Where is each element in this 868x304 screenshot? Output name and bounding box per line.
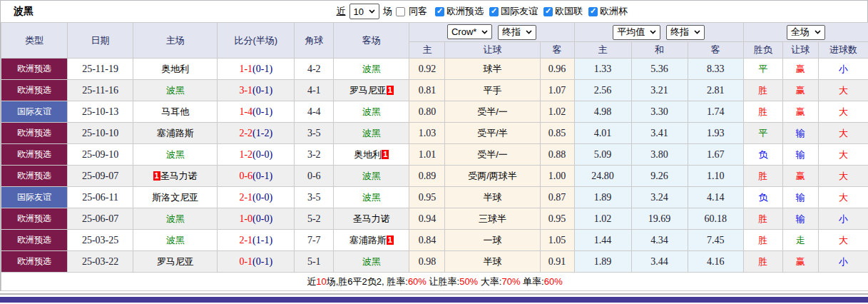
avg-draw-cell: 3.44 [631, 251, 688, 273]
match-row: 欧洲预选25-11-19奥地利1-1(0-1)4-2波黑0.92球半0.961.… [1, 59, 868, 80]
summary-text: 单率: [520, 276, 543, 287]
recent-label: 近 [337, 5, 346, 18]
summary-value: 10 [316, 276, 326, 287]
halftime-score: (0-1) [252, 85, 272, 96]
col-header-score: 比分(半场) [218, 23, 295, 59]
avg-away-cell: 7.45 [688, 230, 743, 251]
chevron-down-icon [815, 30, 821, 34]
games-label: 场 [383, 5, 392, 18]
home-team-cell: 罗马尼亚 [133, 251, 218, 273]
away-team-name: 波黑 [362, 128, 381, 138]
home-team-name: 波黑 [166, 213, 185, 224]
match-row: 欧洲预选25-10-10塞浦路斯2-2(1-2)3-5波黑1.03受平/半0.8… [1, 123, 868, 144]
score-cell: 1-4(0-1) [218, 101, 295, 123]
away-team-name: 奥地利 [354, 149, 382, 160]
handicap-result-cell: 赢 [782, 80, 818, 101]
summary-text: 近 [307, 276, 316, 287]
odds-company-value: Crow* [451, 26, 476, 37]
avg-home-cell: 5.09 [574, 144, 631, 166]
home-team-name: 波黑 [166, 235, 185, 245]
away-team-name: 波黑 [362, 64, 381, 74]
corner-cell: 5-1 [295, 251, 334, 273]
same-away-checkbox[interactable] [396, 7, 405, 16]
odds-home-cell: 0.84 [409, 230, 445, 251]
avg-away-cell: 1.93 [688, 123, 743, 144]
avg-home-cell: 1.02 [574, 208, 631, 230]
handicap-cell: 半球 [445, 187, 540, 208]
avg-away-cell: 60.18 [688, 208, 743, 230]
home-team-cell: 波黑 [133, 144, 218, 166]
odds-company-group: Crow* 终指 [409, 23, 574, 42]
avg-home-cell: 1.33 [574, 59, 631, 80]
handicap-cell: 球半 [445, 59, 540, 80]
red-card-badge: 1 [387, 86, 394, 95]
date-cell: 25-03-25 [68, 230, 133, 251]
odds-home-cell: 0.98 [409, 251, 445, 273]
odds-company-select[interactable]: Crow* [447, 24, 492, 39]
sub-header-avg-draw: 和 [631, 42, 688, 59]
panel-frame: 波黑 近 10 场 同客 欧洲预选国际友谊欧国联欧洲杯 [0, 0, 868, 291]
average-period-value: 终指 [670, 26, 689, 39]
corner-cell: 3-2 [295, 144, 334, 166]
filter-checkbox[interactable] [588, 7, 598, 16]
summary-text: 让胜率: [427, 276, 459, 287]
avg-draw-cell: 3.24 [631, 187, 688, 208]
halftime-score: (0-1) [252, 64, 272, 74]
competition-type-cell: 欧洲预选 [1, 59, 68, 80]
away-team-cell: 圣马力诺 [334, 208, 409, 230]
filter-checkbox[interactable] [489, 7, 499, 16]
recent-count-select[interactable]: 10 [349, 4, 379, 19]
filter-checkbox[interactable] [435, 7, 444, 16]
avg-draw-cell: 3.30 [631, 101, 688, 123]
fulltime-score: 0-1 [239, 256, 252, 267]
home-team-name: 波黑 [166, 149, 185, 160]
sub-header-odds-away: 客 [540, 42, 574, 59]
score-cell: 1-2(0-0) [218, 144, 295, 166]
title-bar: 波黑 近 10 场 同客 欧洲预选国际友谊欧国联欧洲杯 [1, 1, 867, 22]
home-team-name: 斯洛文尼亚 [152, 192, 198, 203]
red-card-badge: 1 [382, 150, 389, 159]
filter-checkbox[interactable] [543, 7, 553, 16]
sub-header-avg-away: 客 [688, 42, 743, 59]
odds-away-cell: 0.85 [540, 123, 574, 144]
match-row: 欧洲预选25-09-10波黑1-2(0-0)3-2奥地利11.01受半/一0.8… [1, 144, 868, 166]
odds-home-cell: 1.01 [409, 144, 445, 166]
chevron-down-icon [694, 30, 700, 34]
halftime-score: (0-1) [252, 256, 272, 267]
odds-away-cell: 1.07 [540, 80, 574, 101]
odds-period-select[interactable]: 终指 [498, 25, 536, 40]
competition-type-cell: 欧洲预选 [1, 123, 68, 144]
home-team-name: 马耳他 [161, 106, 189, 117]
winlose-result-cell: 胜 [743, 230, 782, 251]
match-row: 欧洲预选25-09-071圣马力诺0-6(0-1)0-6波黑0.89受两/两球半… [1, 166, 868, 187]
match-table: 类型 日期 主场 比分(半场) 角球 客场 Crow* 终指 [1, 22, 868, 291]
bottom-accent-bar [0, 297, 868, 303]
handicap-result-cell: 赢 [782, 251, 818, 273]
same-away-label: 同客 [409, 5, 427, 18]
col-header-date: 日期 [68, 23, 133, 59]
goals-result-cell: 小 [818, 59, 868, 80]
scope-select[interactable]: 全场 [787, 25, 825, 40]
home-team-cell: 塞浦路斯 [133, 123, 218, 144]
col-header-home: 主场 [133, 23, 218, 59]
avg-home-cell: 2.56 [574, 80, 631, 101]
competition-type-cell: 欧洲预选 [1, 230, 68, 251]
date-cell: 25-10-10 [68, 123, 133, 144]
score-cell: 3-1(0-1) [218, 80, 295, 101]
competition-filters: 欧洲预选国际友谊欧国联欧洲杯 [431, 5, 628, 18]
halftime-score: (0-0) [252, 213, 272, 224]
sub-header-winlose: 胜负 [743, 42, 782, 59]
average-period-select[interactable]: 终指 [666, 25, 705, 40]
goals-result-cell: 大 [818, 80, 868, 101]
odds-home-cell: 0.81 [409, 80, 445, 101]
avg-home-cell: 24.80 [574, 166, 631, 187]
avg-away-cell: 4.14 [688, 187, 743, 208]
home-team-cell: 斯洛文尼亚 [133, 187, 218, 208]
avg-away-cell: 1.10 [688, 166, 743, 187]
handicap-cell: 平手 [445, 80, 540, 101]
summary-text: 大率: [478, 276, 501, 287]
odds-period-value: 终指 [502, 26, 521, 39]
away-team-cell: 波黑 [334, 187, 409, 208]
odds-home-cell: 0.92 [409, 59, 445, 80]
average-select[interactable]: 平均值 [613, 25, 660, 40]
